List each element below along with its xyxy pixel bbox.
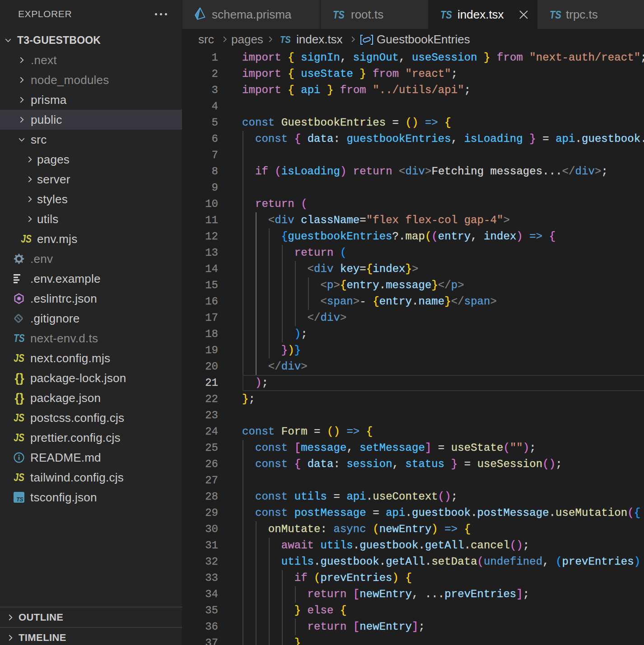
svg-text:TS: TS <box>16 496 23 503</box>
